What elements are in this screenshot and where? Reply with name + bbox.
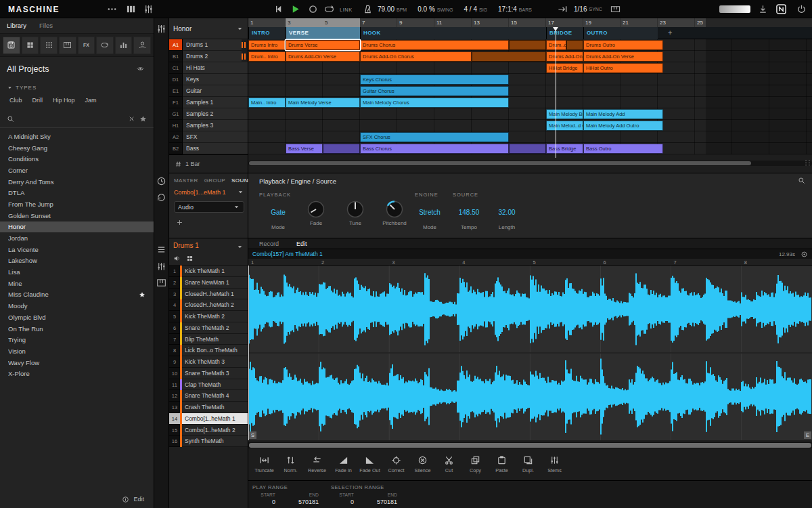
sound-slot-5[interactable]: 5Kick TheMath 2 <box>169 311 248 322</box>
sound-slot-12[interactable]: 12Snare TheMath 4 <box>169 390 248 402</box>
tab-files[interactable]: Files <box>39 22 53 29</box>
clip[interactable]: Keys Chorus <box>360 75 509 85</box>
reverse-button[interactable]: Reverse <box>304 455 330 473</box>
group-row-F1[interactable]: F1Samples 1 <box>169 97 248 108</box>
bars-display[interactable]: 17:1:4BARS <box>498 5 532 13</box>
sound-slot-13[interactable]: 13Crash TheMath <box>169 402 248 413</box>
selection-range-start[interactable]: 0 <box>351 499 354 505</box>
group-row-H1[interactable]: H1Samples 3 <box>169 120 248 131</box>
sound-slot-14[interactable]: 14Combo[1..heMath 1 <box>169 413 248 425</box>
sound-slot-10[interactable]: 10Snare TheMath 3 <box>169 368 248 379</box>
info-button[interactable] <box>122 496 129 503</box>
sound-slot-7[interactable]: 7Blip TheMath <box>169 334 248 345</box>
type-tag[interactable]: Drill <box>32 97 43 104</box>
plugin-selector[interactable]: Combo[1...eMath 1 <box>174 188 244 196</box>
clip[interactable]: Drums Chorus <box>360 40 509 50</box>
projects-filter-button[interactable] <box>3 37 20 54</box>
clear-search-button[interactable] <box>128 115 135 123</box>
sample-scroll-thumb[interactable] <box>249 443 811 448</box>
norm-button[interactable]: Norm. <box>277 455 304 473</box>
master-meter[interactable] <box>719 5 750 13</box>
sound-slot-11[interactable]: 11Clap TheMath <box>169 379 248 391</box>
mixer-toggle-button[interactable] <box>143 4 154 14</box>
group-row-E1[interactable]: E1Guitar <box>169 85 248 97</box>
audition-button[interactable] <box>173 255 181 262</box>
tab-library[interactable]: Library <box>7 22 26 29</box>
project-item[interactable]: Trying <box>0 334 154 345</box>
project-item[interactable]: Golden Sunset <box>0 210 154 221</box>
section-bridge[interactable]: BRIDGE <box>546 27 583 39</box>
truncate-button[interactable]: Truncate <box>251 455 277 473</box>
group-row-D1[interactable]: D1Keys <box>169 74 248 85</box>
clip[interactable]: Drums Add-On Chorus <box>360 51 472 62</box>
clip[interactable]: Bass Chorus <box>360 144 509 154</box>
sample-end-marker[interactable]: E <box>804 431 811 439</box>
sound-slot-3[interactable]: 3ClosedH..heMath 1 <box>169 289 248 300</box>
clip[interactable]: Main Melod..d On Bridge 1 <box>546 121 583 131</box>
project-item[interactable]: Corner <box>0 165 154 176</box>
effects-filter-button[interactable]: FX <box>78 37 95 54</box>
groups-filter-button[interactable] <box>22 37 39 54</box>
project-item[interactable]: A Midnight Sky <box>0 131 154 142</box>
sample-start-marker[interactable]: S <box>249 431 256 439</box>
sample-ruler[interactable]: 12345678 <box>248 259 812 266</box>
fadein-button[interactable]: Fade In <box>330 455 357 473</box>
preview-toggle[interactable] <box>137 65 144 72</box>
one-shots-filter-button[interactable] <box>115 37 133 54</box>
correct-button[interactable]: Correct <box>383 455 409 473</box>
sound-slot-4[interactable]: 4ClosedH..heMath 2 <box>169 299 248 311</box>
clip[interactable]: Drum.. Intro <box>248 51 286 62</box>
group-row-C1[interactable]: C1Hi Hats <box>169 62 248 74</box>
waveform-display[interactable]: S E <box>248 266 812 440</box>
types-filter[interactable]: TYPES <box>7 85 37 91</box>
tune-knob[interactable]: Tune <box>338 199 373 226</box>
group-row-B2[interactable]: B2Bass <box>169 143 248 154</box>
sound-slot-8[interactable]: 8Lick Bon..o TheMath <box>169 345 248 356</box>
sound-slot-15[interactable]: 15Combo[1..heMath 2 <box>169 425 248 436</box>
sync-display[interactable]: 1/16 SYNC <box>574 0 602 18</box>
silence-button[interactable]: Silence <box>409 455 436 473</box>
project-item[interactable]: La Vicente <box>0 244 154 255</box>
pitchbend-knob[interactable]: Pitchbend <box>377 199 412 226</box>
parameter-search-button[interactable] <box>798 177 805 184</box>
clip[interactable]: Drums Outro <box>583 40 663 50</box>
bpm-display[interactable]: 79.00BPM <box>378 5 407 13</box>
user-filter-button[interactable] <box>133 37 151 54</box>
source-length-control[interactable]: 32.00 Length <box>487 209 527 230</box>
dupl-button[interactable]: Dupl. <box>515 455 541 473</box>
tab-group[interactable]: GROUP <box>204 177 225 184</box>
paste-button[interactable]: Paste <box>489 455 515 473</box>
timeline-ruler[interactable]: 135791113151719212325 <box>248 18 812 27</box>
swing-display[interactable]: 0.0 %SWING <box>418 5 453 13</box>
clip[interactable]: Main Melody Bridge <box>546 109 583 119</box>
play-range-start[interactable]: 0 <box>272 499 275 505</box>
resize-grip[interactable] <box>803 158 812 167</box>
project-item[interactable]: Jordan <box>0 232 154 244</box>
section-hook[interactable]: HOOK <box>360 27 546 39</box>
sound-slot-6[interactable]: 6Snare TheMath 2 <box>169 322 248 334</box>
clip[interactable]: Main.. Intro <box>248 98 286 108</box>
retrigger-button[interactable] <box>156 192 166 203</box>
edit-button[interactable]: Edit <box>133 496 144 503</box>
add-plugin-button[interactable] <box>176 219 183 226</box>
restart-button[interactable] <box>273 4 284 14</box>
type-tag[interactable]: Club <box>9 97 22 104</box>
clip[interactable]: Main Melody Add Outro <box>583 121 663 131</box>
clip[interactable]: Drums Add-On Verse <box>583 51 663 62</box>
project-item[interactable]: Cheesy Gang <box>0 142 154 154</box>
download-button[interactable] <box>758 4 768 14</box>
project-item[interactable]: Moody <box>0 300 154 312</box>
parameter-page-title[interactable]: Playback / Engine / Source <box>259 177 336 185</box>
project-item[interactable]: DTLA <box>0 187 154 198</box>
cut-button[interactable]: Cut <box>436 455 462 473</box>
clip[interactable]: SFX Chorus <box>360 132 509 142</box>
clip[interactable]: Bass Bridge <box>546 144 583 154</box>
clip[interactable]: Drum..dge 1 <box>546 40 566 50</box>
clip[interactable]: Main Melody Add <box>583 109 663 119</box>
pad-view-button[interactable] <box>186 255 194 262</box>
project-item[interactable]: Conditions <box>0 153 154 165</box>
fadeout-button[interactable]: Fade Out <box>357 455 383 473</box>
clip[interactable]: Drums Add-On Verse <box>286 51 360 62</box>
tab-master[interactable]: MASTER <box>174 177 198 184</box>
source-tempo-control[interactable]: 148.50 Tempo <box>449 209 489 230</box>
